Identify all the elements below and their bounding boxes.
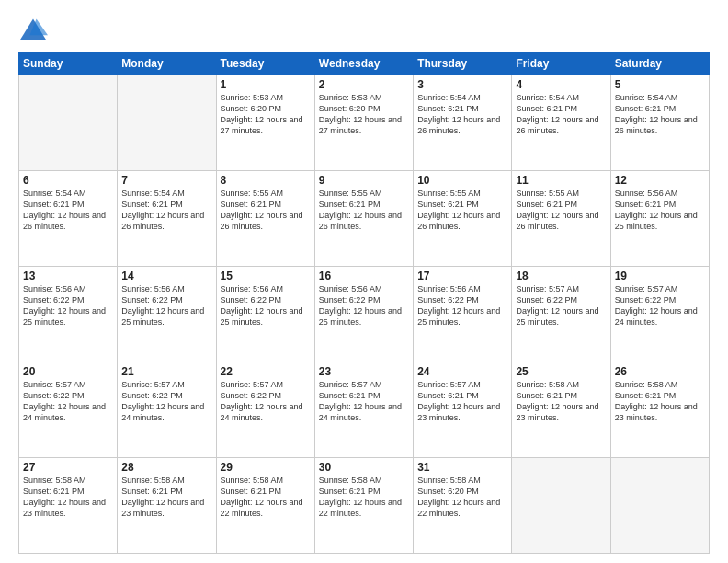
calendar-cell: 23Sunrise: 5:57 AM Sunset: 6:21 PM Dayli… [314,362,413,458]
calendar-cell: 10Sunrise: 5:55 AM Sunset: 6:21 PM Dayli… [414,171,512,267]
cell-info: Sunrise: 5:56 AM Sunset: 6:22 PM Dayligh… [121,283,211,328]
week-row-2: 6Sunrise: 5:54 AM Sunset: 6:21 PM Daylig… [19,171,710,267]
cell-info: Sunrise: 5:54 AM Sunset: 6:21 PM Dayligh… [516,92,606,137]
cell-info: Sunrise: 5:57 AM Sunset: 6:22 PM Dayligh… [516,283,606,328]
calendar-cell [610,458,709,554]
day-number: 5 [615,78,705,91]
day-number: 2 [319,78,409,91]
calendar-cell: 29Sunrise: 5:58 AM Sunset: 6:21 PM Dayli… [216,458,314,554]
day-number: 29 [221,461,311,474]
day-number: 24 [417,365,507,378]
cell-info: Sunrise: 5:53 AM Sunset: 6:20 PM Dayligh… [319,92,409,137]
day-number: 12 [615,174,705,187]
day-number: 4 [516,78,606,91]
day-number: 11 [516,174,606,187]
day-number: 17 [417,270,507,282]
day-number: 18 [516,270,606,282]
calendar-cell: 24Sunrise: 5:57 AM Sunset: 6:21 PM Dayli… [414,362,512,458]
calendar-cell: 4Sunrise: 5:54 AM Sunset: 6:21 PM Daylig… [512,75,610,171]
weekday-header-tuesday: Tuesday [216,52,314,75]
cell-info: Sunrise: 5:56 AM Sunset: 6:22 PM Dayligh… [319,283,409,328]
day-number: 20 [23,365,113,378]
day-number: 19 [615,270,705,282]
calendar-cell: 13Sunrise: 5:56 AM Sunset: 6:22 PM Dayli… [19,267,118,362]
calendar-cell: 26Sunrise: 5:58 AM Sunset: 6:21 PM Dayli… [610,362,709,458]
day-number: 1 [221,78,311,91]
calendar-cell: 25Sunrise: 5:58 AM Sunset: 6:21 PM Dayli… [512,362,610,458]
calendar-cell: 21Sunrise: 5:57 AM Sunset: 6:22 PM Dayli… [118,362,216,458]
cell-info: Sunrise: 5:55 AM Sunset: 6:21 PM Dayligh… [516,188,606,233]
cell-info: Sunrise: 5:56 AM Sunset: 6:22 PM Dayligh… [417,283,507,328]
cell-info: Sunrise: 5:57 AM Sunset: 6:21 PM Dayligh… [417,379,507,424]
day-number: 9 [319,174,409,187]
cell-info: Sunrise: 5:58 AM Sunset: 6:21 PM Dayligh… [319,475,409,520]
day-number: 30 [319,461,409,474]
calendar-cell: 20Sunrise: 5:57 AM Sunset: 6:22 PM Dayli… [19,362,118,458]
calendar-cell: 14Sunrise: 5:56 AM Sunset: 6:22 PM Dayli… [118,267,216,362]
cell-info: Sunrise: 5:58 AM Sunset: 6:21 PM Dayligh… [516,379,606,424]
cell-info: Sunrise: 5:54 AM Sunset: 6:21 PM Dayligh… [23,188,113,233]
cell-info: Sunrise: 5:53 AM Sunset: 6:20 PM Dayligh… [221,92,311,137]
cell-info: Sunrise: 5:56 AM Sunset: 6:22 PM Dayligh… [221,283,311,328]
calendar-cell: 12Sunrise: 5:56 AM Sunset: 6:21 PM Dayli… [610,171,709,267]
calendar-cell: 15Sunrise: 5:56 AM Sunset: 6:22 PM Dayli… [216,267,314,362]
cell-info: Sunrise: 5:57 AM Sunset: 6:21 PM Dayligh… [319,379,409,424]
calendar-cell: 17Sunrise: 5:56 AM Sunset: 6:22 PM Dayli… [414,267,512,362]
cell-info: Sunrise: 5:57 AM Sunset: 6:22 PM Dayligh… [121,379,211,424]
day-number: 6 [23,174,113,187]
calendar-cell [118,75,216,171]
day-number: 15 [221,270,311,282]
calendar-cell: 30Sunrise: 5:58 AM Sunset: 6:21 PM Dayli… [314,458,413,554]
calendar-cell: 2Sunrise: 5:53 AM Sunset: 6:20 PM Daylig… [314,75,413,171]
cell-info: Sunrise: 5:56 AM Sunset: 6:21 PM Dayligh… [615,188,705,233]
calendar-cell: 8Sunrise: 5:55 AM Sunset: 6:21 PM Daylig… [216,171,314,267]
calendar-cell: 19Sunrise: 5:57 AM Sunset: 6:22 PM Dayli… [610,267,709,362]
calendar-cell: 22Sunrise: 5:57 AM Sunset: 6:22 PM Dayli… [216,362,314,458]
calendar-cell: 5Sunrise: 5:54 AM Sunset: 6:21 PM Daylig… [610,75,709,171]
calendar-cell: 28Sunrise: 5:58 AM Sunset: 6:21 PM Dayli… [118,458,216,554]
day-number: 14 [121,270,211,282]
calendar-cell: 3Sunrise: 5:54 AM Sunset: 6:21 PM Daylig… [414,75,512,171]
day-number: 3 [417,78,507,91]
day-number: 26 [615,365,705,378]
day-number: 25 [516,365,606,378]
weekday-header-wednesday: Wednesday [314,52,413,75]
page: SundayMondayTuesdayWednesdayThursdayFrid… [0,0,728,563]
cell-info: Sunrise: 5:58 AM Sunset: 6:21 PM Dayligh… [221,475,311,520]
day-number: 7 [121,174,211,187]
weekday-header-monday: Monday [118,52,216,75]
calendar-table: SundayMondayTuesdayWednesdayThursdayFrid… [18,52,710,554]
week-row-3: 13Sunrise: 5:56 AM Sunset: 6:22 PM Dayli… [19,267,710,362]
cell-info: Sunrise: 5:58 AM Sunset: 6:21 PM Dayligh… [615,379,705,424]
day-number: 22 [221,365,311,378]
calendar-cell: 6Sunrise: 5:54 AM Sunset: 6:21 PM Daylig… [19,171,118,267]
week-row-1: 1Sunrise: 5:53 AM Sunset: 6:20 PM Daylig… [19,75,710,171]
weekday-header-row: SundayMondayTuesdayWednesdayThursdayFrid… [19,52,710,75]
calendar-cell: 18Sunrise: 5:57 AM Sunset: 6:22 PM Dayli… [512,267,610,362]
weekday-header-saturday: Saturday [610,52,709,75]
cell-info: Sunrise: 5:54 AM Sunset: 6:21 PM Dayligh… [121,188,211,233]
day-number: 13 [23,270,113,282]
weekday-header-sunday: Sunday [19,52,118,75]
day-number: 27 [23,461,113,474]
cell-info: Sunrise: 5:56 AM Sunset: 6:22 PM Dayligh… [23,283,113,328]
week-row-4: 20Sunrise: 5:57 AM Sunset: 6:22 PM Dayli… [19,362,710,458]
week-row-5: 27Sunrise: 5:58 AM Sunset: 6:21 PM Dayli… [19,458,710,554]
day-number: 16 [319,270,409,282]
cell-info: Sunrise: 5:55 AM Sunset: 6:21 PM Dayligh… [221,188,311,233]
cell-info: Sunrise: 5:57 AM Sunset: 6:22 PM Dayligh… [23,379,113,424]
calendar-cell: 16Sunrise: 5:56 AM Sunset: 6:22 PM Dayli… [314,267,413,362]
cell-info: Sunrise: 5:57 AM Sunset: 6:22 PM Dayligh… [615,283,705,328]
calendar-cell: 31Sunrise: 5:58 AM Sunset: 6:20 PM Dayli… [414,458,512,554]
day-number: 23 [319,365,409,378]
cell-info: Sunrise: 5:57 AM Sunset: 6:22 PM Dayligh… [221,379,311,424]
calendar-cell [512,458,610,554]
calendar-cell: 7Sunrise: 5:54 AM Sunset: 6:21 PM Daylig… [118,171,216,267]
cell-info: Sunrise: 5:58 AM Sunset: 6:21 PM Dayligh… [23,475,113,520]
day-number: 21 [121,365,211,378]
weekday-header-thursday: Thursday [414,52,512,75]
cell-info: Sunrise: 5:58 AM Sunset: 6:20 PM Dayligh… [417,475,507,520]
day-number: 8 [221,174,311,187]
calendar-cell: 1Sunrise: 5:53 AM Sunset: 6:20 PM Daylig… [216,75,314,171]
cell-info: Sunrise: 5:54 AM Sunset: 6:21 PM Dayligh… [417,92,507,137]
